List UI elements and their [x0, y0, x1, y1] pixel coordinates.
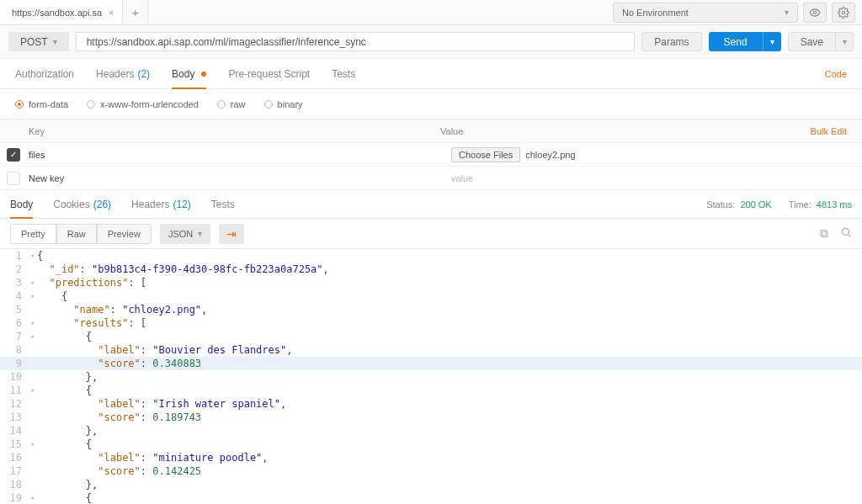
- code-line[interactable]: 19▾ {: [0, 491, 862, 504]
- code-text: {: [37, 438, 862, 451]
- code-text: },: [37, 424, 862, 438]
- code-line[interactable]: 18 },: [0, 478, 862, 491]
- code-line[interactable]: 17 "score": 0.142425: [0, 464, 862, 478]
- code-line[interactable]: 10 },: [0, 370, 862, 384]
- row-checkbox[interactable]: ✓: [7, 148, 20, 162]
- fold-icon[interactable]: ▾: [30, 316, 37, 330]
- chevron-down-icon: ▾: [785, 8, 789, 17]
- tab-body[interactable]: Body: [172, 59, 206, 88]
- code-line[interactable]: 8 "label": "Bouvier des Flandres",: [0, 343, 862, 357]
- method-label: POST: [20, 36, 48, 48]
- code-text: {: [37, 384, 862, 397]
- resp-tab-body[interactable]: Body: [10, 190, 33, 218]
- response-body[interactable]: 1▾{2 "_id": "b9b813c4-f390-4d30-98fc-fb2…: [0, 249, 862, 504]
- environment-preview-button[interactable]: [803, 3, 827, 23]
- fold-icon[interactable]: ▾: [30, 249, 37, 263]
- kv-key-header: Key: [29, 126, 440, 136]
- fold-icon[interactable]: ▾: [30, 491, 37, 504]
- row-checkbox[interactable]: [7, 172, 20, 185]
- line-number: 7: [0, 330, 29, 343]
- code-line[interactable]: 1▾{: [0, 249, 862, 263]
- time-value: 4813 ms: [817, 199, 852, 210]
- wrap-toggle[interactable]: ⇥: [219, 224, 244, 244]
- tab-prerequest[interactable]: Pre-request Script: [228, 59, 310, 88]
- kv-value-input[interactable]: value: [451, 173, 852, 183]
- bulk-edit-link[interactable]: Bulk Edit: [811, 126, 852, 136]
- chevron-down-icon: ▾: [843, 37, 847, 46]
- radio-formdata[interactable]: form-data: [15, 99, 68, 109]
- code-line[interactable]: 12 "label": "Irish water spaniel",: [0, 397, 862, 411]
- kv-key[interactable]: files: [29, 150, 451, 160]
- code-line[interactable]: 14 },: [0, 424, 862, 438]
- code-link[interactable]: Code: [825, 69, 847, 79]
- search-icon[interactable]: [840, 226, 852, 241]
- wrap-icon: ⇥: [226, 227, 237, 241]
- resp-tab-headers[interactable]: Headers(12): [131, 190, 191, 218]
- radio-icon: [217, 100, 226, 109]
- code-line[interactable]: 11▾ {: [0, 384, 862, 397]
- code-line[interactable]: 2 "_id": "b9b813c4-f390-4d30-98fc-fb223a…: [0, 263, 862, 276]
- fold-icon[interactable]: ▾: [30, 438, 37, 451]
- code-text: "label": "Irish water spaniel",: [37, 397, 862, 411]
- line-number: 18: [0, 478, 29, 491]
- tab-authorization[interactable]: Authorization: [15, 59, 74, 88]
- params-button[interactable]: Params: [641, 32, 701, 51]
- radio-raw[interactable]: raw: [217, 99, 246, 109]
- code-text: "name": "chloey2.png",: [37, 303, 862, 316]
- code-text: "label": "miniature poodle",: [37, 451, 862, 464]
- body-type-radios: form-data x-www-form-urlencoded raw bina…: [0, 89, 862, 119]
- code-line[interactable]: 13 "score": 0.189743: [0, 411, 862, 424]
- code-line[interactable]: 15▾ {: [0, 438, 862, 451]
- copy-icon[interactable]: ⧉: [820, 226, 828, 241]
- fold-icon[interactable]: ▾: [30, 276, 37, 289]
- view-raw[interactable]: Raw: [56, 224, 97, 244]
- radio-icon: [15, 100, 24, 109]
- view-pretty[interactable]: Pretty: [10, 224, 56, 244]
- line-number: 5: [0, 303, 29, 316]
- radio-binary[interactable]: binary: [264, 99, 303, 109]
- view-preview[interactable]: Preview: [97, 224, 152, 244]
- tab-headers[interactable]: Headers (2): [96, 59, 150, 88]
- format-select[interactable]: JSON ▾: [160, 224, 210, 244]
- environment-settings-button[interactable]: [832, 3, 855, 23]
- code-line[interactable]: 6▾ "results": [: [0, 316, 862, 330]
- code-line[interactable]: 3▾ "predictions": [: [0, 276, 862, 289]
- fold-icon[interactable]: ▾: [30, 330, 37, 343]
- request-tab[interactable]: https://sandbox.api.sa ×: [0, 0, 123, 24]
- resp-tab-cookies[interactable]: Cookies(26): [53, 190, 111, 218]
- resp-tab-tests[interactable]: Tests: [211, 190, 235, 218]
- code-line[interactable]: 4▾ {: [0, 289, 862, 303]
- line-number: 16: [0, 451, 29, 464]
- code-line[interactable]: 9 "score": 0.340883: [0, 357, 862, 370]
- fold-icon[interactable]: ▾: [30, 384, 37, 397]
- response-status: Status: 200 OK Time: 4813 ms: [706, 199, 852, 210]
- environment-select[interactable]: No Environment ▾: [613, 3, 798, 23]
- save-button[interactable]: Save: [788, 32, 836, 51]
- radio-urlencoded[interactable]: x-www-form-urlencoded: [87, 99, 199, 109]
- line-number: 11: [0, 384, 29, 397]
- send-dropdown[interactable]: ▾: [763, 32, 781, 51]
- code-text: {: [37, 289, 862, 303]
- save-dropdown[interactable]: ▾: [835, 32, 854, 51]
- code-text: {: [37, 249, 862, 263]
- code-line[interactable]: 7▾ {: [0, 330, 862, 343]
- kv-row: ✓ files Choose Files chloey2.png: [0, 143, 862, 167]
- code-line[interactable]: 5 "name": "chloey2.png",: [0, 303, 862, 316]
- line-number: 19: [0, 491, 29, 504]
- line-number: 12: [0, 397, 29, 411]
- line-number: 2: [0, 263, 29, 276]
- fold-icon[interactable]: ▾: [30, 289, 37, 303]
- kv-key-input[interactable]: New key: [29, 173, 451, 183]
- code-text: {: [37, 330, 862, 343]
- choose-files-button[interactable]: Choose Files: [451, 147, 520, 162]
- close-icon[interactable]: ×: [109, 8, 114, 18]
- method-select[interactable]: POST ▾: [8, 32, 69, 51]
- send-button[interactable]: Send: [709, 32, 763, 51]
- line-number: 14: [0, 424, 29, 438]
- url-input[interactable]: https://sandbox.api.sap.com/ml/imageclas…: [76, 32, 636, 51]
- add-tab-button[interactable]: +: [123, 0, 148, 24]
- tab-tests[interactable]: Tests: [332, 59, 355, 88]
- svg-point-0: [813, 11, 817, 14]
- fold-icon: [30, 411, 37, 424]
- code-line[interactable]: 16 "label": "miniature poodle",: [0, 451, 862, 464]
